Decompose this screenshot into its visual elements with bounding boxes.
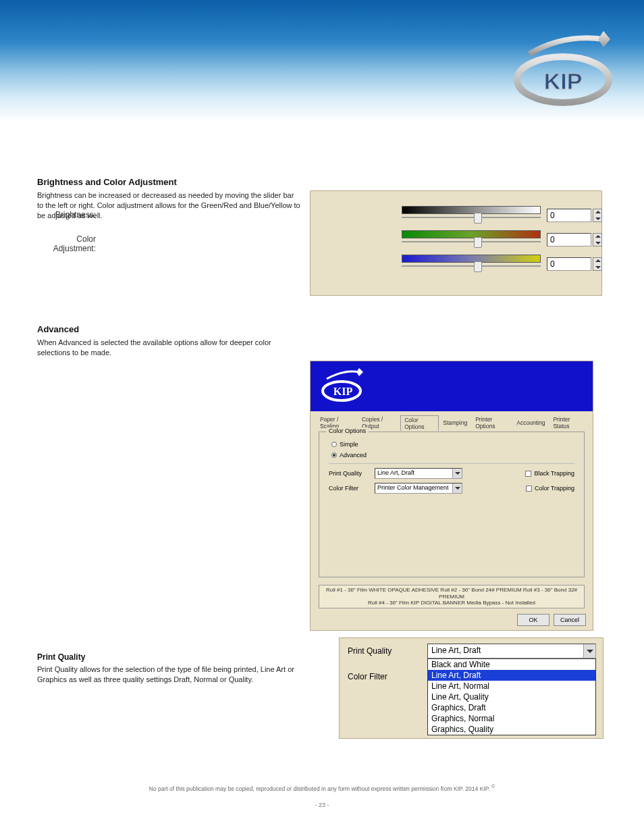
slider-thumb[interactable] xyxy=(474,237,482,248)
coloradj-label: Color Adjustment: xyxy=(53,234,96,253)
pq-combo-expanded[interactable]: Line Art, Draft xyxy=(427,644,596,658)
green-red-slider[interactable] xyxy=(402,241,541,242)
dialog-banner: KIP xyxy=(311,361,593,411)
pq-option[interactable]: Graphics, Draft xyxy=(428,702,595,713)
pq-option[interactable]: Line Art, Quality xyxy=(428,692,595,702)
pq-option[interactable]: Black and White xyxy=(428,659,595,670)
radio-advanced[interactable]: Advanced xyxy=(331,451,584,459)
tab-stamping[interactable]: Stamping xyxy=(439,418,471,427)
blue-yellow-slider[interactable] xyxy=(402,265,541,267)
tab-color-options[interactable]: Color Options xyxy=(400,415,439,431)
section2-body: When Advanced is selected the available … xyxy=(37,338,300,358)
pq-combo-expanded-value: Line Art, Draft xyxy=(431,646,481,655)
brightness-gradient xyxy=(402,206,541,214)
slider-thumb[interactable] xyxy=(474,261,482,272)
green-red-spinner[interactable] xyxy=(593,233,602,246)
roll-status-line2: Roll #4 - 36" Film KIP DIGITAL BANNER Me… xyxy=(321,600,583,606)
roll-status-line1: Roll #1 - 36" Film WHITE OPAQUE ADHESIVE… xyxy=(321,587,583,600)
advanced-dialog: KIP Paper / Scaling Copies / Output Colo… xyxy=(310,361,593,631)
svg-marker-4 xyxy=(356,368,363,376)
radio-simple[interactable]: Simple xyxy=(331,440,584,448)
brightness-value[interactable] xyxy=(547,209,591,222)
brightness-slider[interactable] xyxy=(402,217,541,218)
green-red-gradient xyxy=(402,230,541,238)
brightness-label: Brightness: xyxy=(55,210,96,219)
cf-label2: Color Filter xyxy=(348,672,387,681)
svg-text:KIP: KIP xyxy=(544,68,583,94)
pq-option[interactable]: Line Art, Normal xyxy=(428,681,595,692)
blue-yellow-value[interactable] xyxy=(547,257,591,271)
svg-text:KIP: KIP xyxy=(333,386,353,397)
section1-title: Brightness and Color Adjustment xyxy=(37,177,177,187)
pq-combo-value: Line Art, Draft xyxy=(377,469,414,476)
roll-status-footer: Roll #1 - 36" Film WHITE OPAQUE ADHESIVE… xyxy=(319,585,585,608)
kip-logo-dialog: KIP xyxy=(320,367,367,404)
pq-option[interactable]: Line Art, Draft xyxy=(428,670,595,681)
chevron-down-icon xyxy=(452,469,462,478)
blue-yellow-spinner[interactable] xyxy=(593,257,602,271)
svg-marker-1 xyxy=(598,31,610,47)
radio-icon xyxy=(331,452,337,458)
pq-option[interactable]: Graphics, Normal xyxy=(428,713,595,724)
section3-body: Print Quality allows for the selection o… xyxy=(37,664,321,685)
kip-logo-top: KIP xyxy=(509,27,617,108)
color-options-group: Color Options Simple Advanced Print Qual… xyxy=(319,432,585,577)
chevron-down-icon xyxy=(583,644,595,658)
pq-label: Print Quality xyxy=(329,470,369,477)
section2-title: Advanced xyxy=(37,324,79,334)
page-number: - 23 - xyxy=(0,802,644,808)
tab-accounting[interactable]: Accounting xyxy=(512,418,549,427)
green-red-value[interactable] xyxy=(547,233,591,246)
black-trapping-label: Black Trapping xyxy=(534,470,574,477)
checkbox-icon xyxy=(525,471,531,477)
brightness-panel: Brightness: Color Adjustment: xyxy=(310,190,602,296)
cancel-button[interactable]: Cancel xyxy=(554,614,586,626)
pq-combo[interactable]: Line Art, Draft xyxy=(375,468,462,479)
print-quality-dropdown-panel: Print Quality Color Filter Line Art, Dra… xyxy=(339,637,603,739)
group-title: Color Options xyxy=(326,427,369,434)
radio-advanced-label: Advanced xyxy=(340,452,367,459)
radio-simple-label: Simple xyxy=(340,441,358,448)
blue-yellow-gradient xyxy=(402,255,541,263)
cf-combo-value: Printer Color Management xyxy=(377,484,449,491)
tab-printer-status[interactable]: Printer Status xyxy=(549,415,587,431)
brightness-spinner[interactable] xyxy=(593,209,602,222)
pq-label2: Print Quality xyxy=(348,646,392,656)
color-trapping-checkbox[interactable]: Color Trapping xyxy=(526,485,574,492)
footer-copyright: No part of this publication may be copie… xyxy=(0,783,644,793)
cf-label: Color Filter xyxy=(329,485,369,492)
black-trapping-checkbox[interactable]: Black Trapping xyxy=(525,470,574,477)
ok-button[interactable]: OK xyxy=(517,614,549,626)
cf-combo[interactable]: Printer Color Management xyxy=(375,483,462,494)
color-trapping-label: Color Trapping xyxy=(535,485,574,492)
chevron-down-icon xyxy=(452,484,462,493)
slider-thumb[interactable] xyxy=(474,213,482,224)
pq-option-list[interactable]: Black and White Line Art, Draft Line Art… xyxy=(427,658,596,735)
section3-title: Print Quality xyxy=(37,652,85,662)
radio-icon xyxy=(331,442,337,447)
checkbox-icon xyxy=(526,486,532,492)
tab-printer-options[interactable]: Printer Options xyxy=(471,415,512,431)
pq-option[interactable]: Graphics, Quality xyxy=(428,724,595,735)
